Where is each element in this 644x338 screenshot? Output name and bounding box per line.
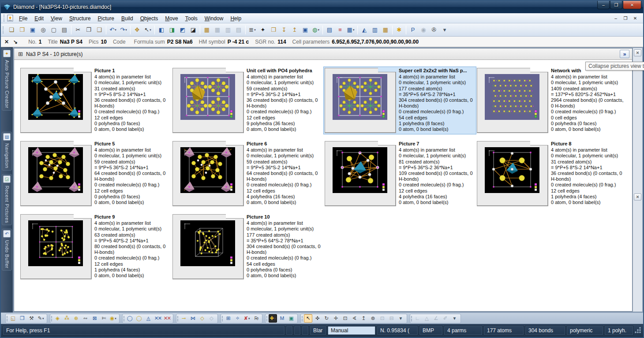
sidebar-tab-auto-picture-creator[interactable]: ✦Auto Picture Creator — [2, 48, 12, 111]
cell-faces-toggle[interactable]: ✧ — [233, 314, 242, 323]
powder-diagram[interactable]: ▥ — [370, 25, 380, 35]
table-angles[interactable]: ▤ — [234, 25, 243, 35]
diffraction-pattern[interactable]: ◭ — [359, 25, 369, 35]
document-icon[interactable] — [7, 15, 14, 22]
polyhedron-add[interactable]: ◇ — [198, 314, 206, 323]
copy[interactable]: ❐ — [84, 25, 94, 35]
picture-thumbnail[interactable] — [172, 141, 244, 206]
close-button[interactable]: ✕ — [623, 1, 641, 9]
fe-atom-label[interactable]: Fe — [252, 314, 260, 323]
save-document[interactable]: ▣ — [28, 25, 37, 35]
camera[interactable]: ◉ — [419, 25, 428, 35]
move-crosshair[interactable]: ✜ — [313, 314, 322, 323]
new-picture[interactable]: ✦ — [258, 25, 268, 35]
delete-all[interactable]: ✘▾ — [243, 314, 251, 323]
pan-mode[interactable]: ✥ — [132, 25, 142, 35]
minimize-button[interactable]: – — [597, 1, 610, 9]
print[interactable]: ▤ — [60, 25, 69, 35]
cell-edges-toggle[interactable]: ⊞ — [224, 314, 232, 323]
select-mode[interactable]: ↖▾ — [143, 25, 153, 35]
packing-diagram[interactable]: ◉▾ — [109, 314, 117, 323]
rotate-tool[interactable]: ↻ — [322, 314, 331, 323]
sidebar-tab-recent-pictures[interactable]: ◲Recent Pictures — [2, 174, 12, 225]
group-move-b[interactable]: ⊟ — [387, 314, 396, 323]
picture-card[interactable]: Picture 104 atom(s) in parameter list0 m… — [172, 213, 324, 280]
view-angle[interactable]: ∢ — [350, 314, 359, 323]
spin-tool[interactable]: ⊛ — [369, 314, 377, 323]
menu-build[interactable]: Build — [118, 14, 137, 23]
recreate-coordination[interactable]: ◬ — [144, 314, 153, 323]
measure-angle[interactable]: △ — [423, 314, 431, 323]
coordination-polyhedron[interactable]: ◯ — [135, 314, 143, 323]
menu-objects[interactable]: Objects — [137, 14, 162, 23]
select-mode-dropdown-icon[interactable]: ▾ — [150, 28, 151, 32]
picture-card[interactable]: Picture 74 atom(s) in parameter list0 mo… — [324, 140, 476, 207]
picture-card[interactable]: Super cell 2x2x2 with NaS p...4 atom(s) … — [324, 67, 476, 134]
picture-card[interactable]: Picture 84 atom(s) in parameter list0 mo… — [476, 140, 628, 207]
picture-card[interactable]: Picture 94 atom(s) in parameter list0 mo… — [19, 213, 172, 280]
redo-dropdown-icon[interactable]: ▾ — [125, 28, 127, 32]
view-data-window[interactable]: ◩ — [178, 25, 187, 35]
open-document[interactable]: ❒ — [17, 25, 27, 35]
view-picture-window[interactable]: ◨ — [167, 25, 177, 35]
move-mode[interactable]: ✚▾ — [269, 314, 277, 323]
redo[interactable]: ↷▾ — [119, 25, 128, 35]
menu-view[interactable]: View — [47, 14, 66, 23]
menu-move[interactable]: Move — [161, 14, 181, 23]
add-atom[interactable]: ⊕ — [72, 314, 80, 323]
move-overflow[interactable]: ▾ — [397, 314, 405, 323]
paste[interactable]: ❑ — [94, 25, 104, 35]
view-structure-window[interactable]: ◧ — [157, 25, 166, 35]
connectivity[interactable]: ∾ — [81, 314, 90, 323]
menu-file[interactable]: File — [15, 14, 31, 23]
menu-picture[interactable]: Picture — [94, 14, 118, 23]
render-mode[interactable]: ▣ — [287, 314, 296, 323]
fill-cell[interactable]: ⊠ — [90, 314, 99, 323]
picture-thumbnail[interactable] — [20, 141, 92, 206]
close-pictures-pane-button[interactable]: ✕ — [634, 49, 641, 56]
menu-help[interactable]: Help — [227, 14, 245, 23]
video-sequence[interactable]: ✇ — [429, 25, 439, 35]
polyhedron-remove[interactable]: ◇ — [207, 314, 216, 323]
picture-assistant[interactable]: ⚒ — [27, 314, 36, 323]
atom-design[interactable]: ⁂ — [63, 314, 71, 323]
view-black-window[interactable]: ◪ — [188, 25, 198, 35]
cut-bonds[interactable]: ✄ — [100, 314, 108, 323]
print-preview[interactable]: ▢ — [49, 25, 59, 35]
destroy-selected[interactable]: ✕✕ — [154, 314, 162, 323]
picture-thumbnail[interactable] — [477, 141, 548, 206]
select-arrow[interactable]: ↖ — [304, 314, 312, 323]
menu-window[interactable]: Window — [201, 14, 227, 23]
picture-thumbnail[interactable] — [325, 141, 396, 206]
toolbar-overflow[interactable]: ▾ — [440, 25, 449, 35]
web-export[interactable]: ◍▾ — [311, 25, 321, 35]
menu-edit[interactable]: Edit — [31, 14, 47, 23]
picture-thumbnail[interactable] — [172, 68, 244, 133]
open-picture-folder[interactable]: ❒ — [269, 25, 278, 35]
picture-wizard[interactable]: ✱ — [394, 25, 404, 35]
coordination-sphere[interactable]: ◯ — [126, 314, 134, 323]
close-panel-button[interactable]: ✕ — [634, 193, 641, 201]
measure-mode-m[interactable]: M — [278, 314, 286, 323]
toolbar-grip[interactable] — [3, 26, 4, 33]
undo-dropdown-icon[interactable]: ▾ — [115, 28, 116, 32]
collapse-pictures-button[interactable]: » — [620, 50, 629, 58]
destroy-all[interactable]: ✕✕ — [163, 314, 171, 323]
data-table[interactable]: ▦▾ — [346, 25, 356, 35]
undo[interactable]: ↶▾ — [108, 25, 118, 35]
picture-card[interactable]: Network with4 atom(s) in parameter list0… — [476, 67, 628, 134]
sidebar-tab-undo-buffer[interactable]: ↶Undo Buffer — [2, 229, 12, 271]
cut[interactable]: ✂ — [73, 25, 83, 35]
picture-thumbnail[interactable] — [325, 68, 396, 133]
measure-overflow[interactable]: ▾ — [450, 314, 459, 323]
infobar-next-icon[interactable]: ↘ — [13, 39, 18, 45]
picture-thumbnail[interactable] — [20, 68, 92, 133]
sidebar-tab-navigation[interactable]: ▤Navigation — [2, 132, 12, 171]
export-picture[interactable]: ↥ — [290, 25, 300, 35]
web-export-dropdown-icon[interactable]: ▾ — [318, 28, 319, 32]
menu-tools[interactable]: Tools — [182, 14, 201, 23]
menu-structure[interactable]: Structure — [66, 14, 94, 23]
table-atoms[interactable]: ▦ — [213, 25, 222, 35]
delete-all-dropdown-icon[interactable]: ▾ — [248, 317, 250, 320]
picture-thumbnail[interactable] — [477, 68, 548, 133]
